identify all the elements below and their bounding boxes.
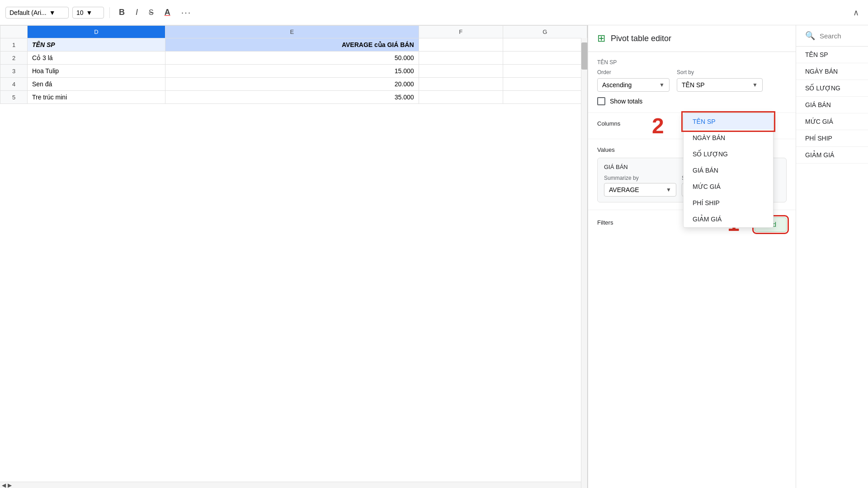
badge-2: 2: [652, 115, 664, 137]
font-selector[interactable]: Default (Ari... ▼: [5, 7, 69, 19]
dropdown-item-MỨC_GIÁ[interactable]: MỨC GIÁ: [684, 178, 773, 195]
sort-group: Sort by TÊN SP ▼: [677, 69, 763, 92]
col-header-g[interactable]: G: [503, 26, 587, 38]
dropdown-item-PHÍ_SHIP[interactable]: PHÍ SHIP: [684, 195, 773, 211]
sheet-table: D E F G 1TÊN SPAVERAGE của GIÁ BÁN2Cỏ 3 …: [0, 25, 587, 104]
sort-by-dropdown[interactable]: TÊN SP ▼: [677, 78, 763, 92]
sort-by-arrow: ▼: [752, 82, 758, 88]
cell-f-4[interactable]: [419, 78, 503, 91]
cell-e-2[interactable]: 50.000: [165, 52, 419, 65]
badge-2-container: 2: [652, 113, 664, 137]
scroll-right-arrow[interactable]: ▶: [8, 482, 12, 488]
cell-f-2[interactable]: [419, 52, 503, 65]
font-size-label: 10: [76, 9, 84, 16]
scroll-arrows[interactable]: ◀ ▶: [0, 482, 14, 488]
row-num-3: 3: [0, 65, 28, 78]
order-dropdown[interactable]: Ascending ▼: [597, 78, 670, 92]
right-panel-item-MỨC_GIÁ[interactable]: MỨC GIÁ: [796, 113, 868, 130]
strikethrough-button[interactable]: S: [145, 7, 157, 19]
cell-g-4[interactable]: [503, 78, 587, 91]
sort-by-label: Sort by: [677, 69, 763, 75]
cell-d-1[interactable]: TÊN SP: [28, 38, 165, 52]
cell-d-5[interactable]: Tre trúc mini: [28, 91, 165, 104]
show-totals-label: Show totals: [610, 98, 642, 105]
underline-button[interactable]: A: [161, 6, 174, 19]
cell-e-4[interactable]: 20.000: [165, 78, 419, 91]
cell-e-1[interactable]: AVERAGE của GIÁ BÁN: [165, 38, 419, 52]
font-name-label: Default (Ari...: [9, 9, 47, 16]
order-group: Order Ascending ▼: [597, 69, 670, 92]
sort-by-value: TÊN SP: [682, 81, 705, 89]
order-value: Ascending: [602, 81, 632, 89]
right-container: ⊞ Pivot table editor TÊN SP Order Ascend…: [588, 25, 868, 488]
more-options-button[interactable]: ···: [178, 5, 195, 19]
main-area: D E F G 1TÊN SPAVERAGE của GIÁ BÁN2Cỏ 3 …: [0, 25, 868, 488]
dropdown-items-container: TÊN SPNGÀY BÁNSỐ LƯỢNGGIÁ BÁNMỨC GIÁPHÍ …: [684, 113, 773, 227]
order-label: Order: [597, 69, 670, 75]
cell-g-2[interactable]: [503, 52, 587, 65]
pivot-header: ⊞ Pivot table editor: [588, 25, 796, 52]
cell-g-1[interactable]: [503, 38, 587, 52]
rows-section-top-label: TÊN SP: [597, 59, 787, 66]
right-side-panel: 🔍 TÊN SPNGÀY BÁNSỐ LƯỢNGGIÁ BÁNMỨC GIÁPH…: [796, 25, 868, 488]
summarize-dropdown[interactable]: AVERAGE ▼: [604, 183, 676, 197]
summarize-group: Summarize by AVERAGE ▼: [604, 175, 676, 197]
cell-f-1[interactable]: [419, 38, 503, 52]
horizontal-scrollbar[interactable]: ◀ ▶: [0, 482, 581, 488]
show-totals-checkbox[interactable]: [597, 97, 605, 105]
show-totals-row: Show totals: [597, 97, 787, 105]
cell-e-5[interactable]: 35.000: [165, 91, 419, 104]
right-panel-item-GIÁ_BÁN[interactable]: GIÁ BÁN: [796, 97, 868, 113]
scroll-left-arrow[interactable]: ◀: [2, 482, 6, 488]
summarize-label: Summarize by: [604, 175, 676, 181]
right-panel-item-SỐ_LƯỢNG[interactable]: SỐ LƯỢNG: [796, 80, 868, 97]
col-header-f[interactable]: F: [419, 26, 503, 38]
cell-g-3[interactable]: [503, 65, 587, 78]
sort-dropdown-overlay: 2 TÊN SPNGÀY BÁNSỐ LƯỢNGGIÁ BÁNMỨC GIÁPH…: [683, 113, 774, 228]
vertical-scroll-thumb[interactable]: [581, 42, 588, 70]
dropdown-item-NGÀY_BÁN[interactable]: NGÀY BÁN: [684, 130, 773, 146]
toolbar-divider-1: [109, 7, 110, 18]
dropdown-item-TÊN_SP[interactable]: TÊN SP: [684, 113, 773, 130]
cell-d-4[interactable]: Sen đá: [28, 78, 165, 91]
row-num-4: 4: [0, 78, 28, 91]
col-header-e[interactable]: E: [165, 26, 419, 38]
row-num-5: 5: [0, 91, 28, 104]
cell-d-2[interactable]: Cỏ 3 lá: [28, 52, 165, 65]
dropdown-item-GIÁ_BÁN[interactable]: GIÁ BÁN: [684, 162, 773, 178]
cell-f-5[interactable]: [419, 91, 503, 104]
order-sort-row: Order Ascending ▼ Sort by TÊN SP ▼: [597, 69, 787, 92]
right-panel-item-TÊN_SP[interactable]: TÊN SP: [796, 47, 868, 63]
cell-g-5[interactable]: [503, 91, 587, 104]
pivot-panel: ⊞ Pivot table editor TÊN SP Order Ascend…: [588, 25, 796, 488]
dropdown-item-SỐ_LƯỢNG[interactable]: SỐ LƯỢNG: [684, 146, 773, 162]
italic-button[interactable]: I: [132, 6, 142, 19]
rows-section: TÊN SP Order Ascending ▼ Sort by TÊN SP: [588, 52, 796, 113]
summarize-value: AVERAGE: [609, 186, 639, 193]
filters-label: Filters: [597, 219, 613, 226]
right-panel-item-NGÀY_BÁN[interactable]: NGÀY BÁN: [796, 63, 868, 80]
spreadsheet: D E F G 1TÊN SPAVERAGE của GIÁ BÁN2Cỏ 3 …: [0, 25, 588, 488]
pivot-title: Pivot table editor: [611, 34, 671, 43]
cell-f-3[interactable]: [419, 65, 503, 78]
font-dropdown-arrow: ▼: [49, 9, 56, 16]
bold-button[interactable]: B: [115, 6, 128, 19]
collapse-toolbar-button[interactable]: ∧: [849, 6, 863, 19]
search-icon: 🔍: [805, 31, 815, 41]
right-panel-item-GIẢM_GIÁ[interactable]: GIẢM GIÁ: [796, 147, 868, 164]
row-num-1: 1: [0, 38, 28, 52]
toolbar: Default (Ari... ▼ 10 ▼ B I S A ··· ∧: [0, 0, 868, 25]
col-header-d[interactable]: D: [28, 26, 165, 38]
vertical-scrollbar[interactable]: [581, 38, 587, 488]
cell-e-3[interactable]: 15.000: [165, 65, 419, 78]
right-panel-item-PHÍ_SHIP[interactable]: PHÍ SHIP: [796, 130, 868, 147]
dropdown-item-GIẢM_GIÁ[interactable]: GIẢM GIÁ: [684, 211, 773, 227]
row-num-2: 2: [0, 52, 28, 65]
summarize-arrow: ▼: [666, 187, 671, 193]
search-bar: 🔍: [796, 25, 868, 47]
cell-d-3[interactable]: Hoa Tulip: [28, 65, 165, 78]
font-size-selector[interactable]: 10 ▼: [72, 7, 104, 19]
right-panel-items: TÊN SPNGÀY BÁNSỐ LƯỢNGGIÁ BÁNMỨC GIÁPHÍ …: [796, 47, 868, 164]
search-input[interactable]: [820, 32, 868, 40]
order-dropdown-arrow: ▼: [659, 82, 665, 88]
